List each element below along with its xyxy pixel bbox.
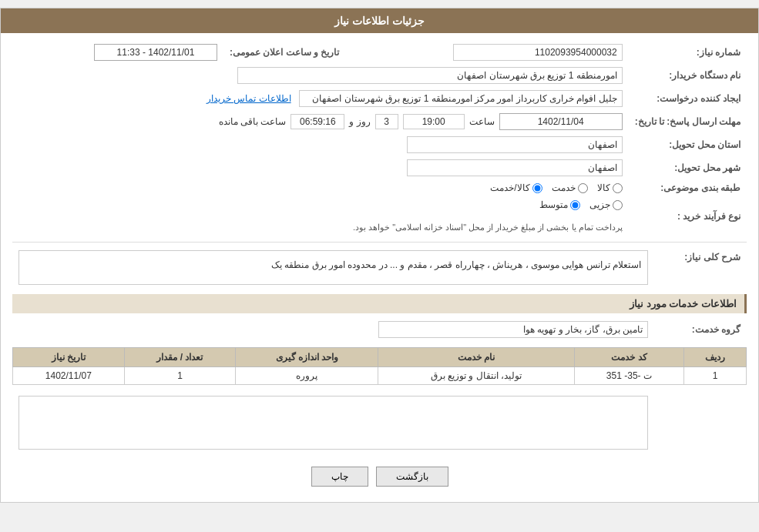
- city-label: شهر محل تحویل:: [629, 156, 747, 179]
- description-section: شرح کلی نیاز: استعلام ترانس هوایی موسوی …: [12, 247, 747, 288]
- cell-service-code: ت -35- 351: [574, 367, 684, 385]
- process-motavaset-label: متوسط: [539, 199, 568, 210]
- category-kala-option[interactable]: کالا: [597, 182, 623, 193]
- response-time-label: ساعت: [469, 116, 495, 127]
- contact-link[interactable]: اطلاعات تماس خریدار: [207, 93, 291, 104]
- buyer-org-value: امورمنطقه 1 توزیع برق شهرستان اصفهان: [237, 67, 623, 84]
- city-value: اصفهان: [407, 159, 623, 176]
- announcement-date-value: 1402/11/01 - 11:33: [94, 44, 217, 61]
- requester-value: جلیل افوام خراری کاربرداز امور مرکز امور…: [299, 90, 623, 107]
- buyer-notes-label: [654, 393, 747, 453]
- col-header-code: کد خدمت: [574, 348, 684, 367]
- cell-unit: پروره: [236, 367, 378, 385]
- response-time-value: 19:00: [403, 114, 465, 129]
- response-deadline-label: مهلت ارسال پاسخ: تا تاریخ:: [629, 110, 747, 133]
- days-value: 3: [375, 114, 398, 129]
- services-section-title: اطلاعات خدمات مورد نیاز: [12, 294, 747, 313]
- print-button[interactable]: چاپ: [311, 467, 368, 487]
- table-row: 1 ت -35- 351 تولید، انتقال و توزیع برق پ…: [13, 367, 747, 385]
- province-value: اصفهان: [407, 136, 623, 153]
- description-label: شرح کلی نیاز:: [654, 247, 747, 288]
- category-khedmat-label: خدمت: [552, 182, 576, 193]
- col-header-row: ردیف: [684, 348, 747, 367]
- process-type-label: نوع فرآیند خرید :: [629, 196, 747, 236]
- service-group-value: تامین برق، گاز، بخار و تهویه هوا: [378, 321, 648, 338]
- process-note: پرداخت تمام یا بخشی از مبلغ خریدار از مح…: [353, 223, 623, 233]
- cell-quantity: 1: [124, 367, 236, 385]
- category-kala-label: کالا: [597, 182, 610, 193]
- description-value: استعلام ترانس هوایی موسوی ، هریناش ، چها…: [18, 250, 648, 285]
- services-table: ردیف کد خدمت نام خدمت واحد اندازه گیری ت…: [12, 347, 747, 385]
- col-header-qty: تعداد / مقدار: [124, 348, 236, 367]
- response-date-value: 1402/11/04: [499, 113, 623, 130]
- page-title: جزئیات اطلاعات نیاز: [334, 15, 425, 27]
- process-motavaset-option[interactable]: متوسط: [539, 199, 580, 210]
- category-label: طبقه بندی موضوعی:: [629, 179, 747, 196]
- col-header-unit: واحد اندازه گیری: [236, 348, 378, 367]
- category-khedmat-option[interactable]: خدمت: [552, 182, 588, 193]
- cell-date: 1402/11/07: [13, 367, 125, 385]
- category-kala-khedmat-label: کالا/خدمت: [490, 182, 529, 193]
- cell-row-num: 1: [684, 367, 747, 385]
- buyer-notes-section: [12, 393, 747, 453]
- buyer-org-label: نام دستگاه خریدار:: [629, 64, 747, 87]
- back-button[interactable]: بازگشت: [376, 467, 448, 487]
- need-number-label: شماره نیاز:: [629, 41, 747, 64]
- action-buttons: بازگشت چاپ: [12, 459, 747, 494]
- service-group-section: گروه خدمت: تامین برق، گاز، بخار و تهویه …: [12, 318, 747, 341]
- service-group-label: گروه خدمت:: [654, 318, 747, 341]
- page-header: جزئیات اطلاعات نیاز: [1, 8, 758, 33]
- requester-label: ایجاد کننده درخواست:: [629, 87, 747, 110]
- need-number-value: 1102093954000032: [453, 44, 623, 61]
- days-label: روز و: [349, 116, 370, 127]
- announcement-date-label: تاریخ و ساعت اعلان عمومی:: [223, 41, 345, 64]
- province-label: استان محل تحویل:: [629, 133, 747, 156]
- cell-service-name: تولید، انتقال و توزیع برق: [378, 367, 574, 385]
- process-jozi-option[interactable]: جزیی: [589, 199, 623, 210]
- buyer-notes-value: [18, 396, 648, 450]
- remaining-time: 06:59:16: [291, 114, 344, 129]
- process-jozi-label: جزیی: [589, 199, 610, 210]
- col-header-date: تاریخ نیاز: [13, 348, 125, 367]
- info-section: شماره نیاز: 1102093954000032 تاریخ و ساع…: [12, 41, 747, 236]
- category-kala-khedmat-option[interactable]: کالا/خدمت: [490, 182, 542, 193]
- col-header-name: نام خدمت: [378, 348, 574, 367]
- remaining-label: ساعت باقی مانده: [219, 116, 287, 127]
